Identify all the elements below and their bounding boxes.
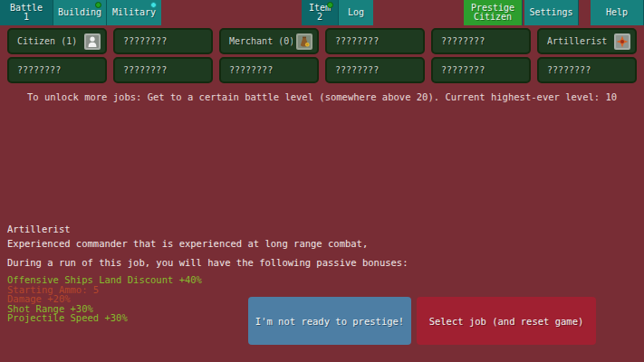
unlock-hint-text: To unlock more jobs: Get to a certain ba… — [0, 91, 644, 102]
job-label: ???????? — [229, 65, 312, 75]
job-row-2: ???????? ???????? ???????? ???????? ????… — [0, 57, 644, 83]
job-button-artillerist[interactable]: Artillerist (0) — [537, 28, 637, 54]
secondary-tab-group: Item 2 Log — [302, 0, 373, 25]
job-row-1: Citizen (1) ???????? Merchant (0) — [0, 28, 644, 54]
job-button-citizen[interactable]: Citizen (1) — [7, 28, 107, 54]
notification-dot-icon — [327, 2, 333, 8]
job-button-merchant[interactable]: Merchant (0) — [219, 28, 319, 54]
tab-military[interactable]: Military — [107, 0, 161, 25]
job-label: Citizen (1) — [17, 36, 81, 46]
tab-prestige-citizen[interactable]: Prestige Citizen — [464, 0, 523, 25]
tab-log[interactable]: Log — [339, 0, 373, 25]
main-tab-group: Battle 1 Building Military — [0, 0, 161, 25]
job-button-locked[interactable]: ???????? — [431, 57, 531, 83]
notification-dot-icon — [95, 2, 101, 8]
person-icon — [84, 33, 101, 50]
job-button-locked[interactable]: ???????? — [113, 57, 213, 83]
tab-item[interactable]: Item 2 — [302, 0, 339, 25]
job-label: ???????? — [441, 65, 524, 75]
job-button-locked[interactable]: ???????? — [113, 28, 213, 54]
job-button-locked[interactable]: ???????? — [325, 57, 425, 83]
tab-battle[interactable]: Battle 1 — [0, 0, 53, 25]
job-detail-bonuses-intro: During a run of this job, you will have … — [7, 257, 409, 269]
tab-battle-label: Battle 1 — [10, 4, 43, 22]
tab-building[interactable]: Building — [53, 0, 107, 25]
tab-log-label: Log — [348, 8, 364, 17]
job-label: ???????? — [335, 65, 418, 75]
job-detail-description: Experienced commander that is experience… — [7, 238, 409, 250]
tab-settings-label: Settings — [529, 8, 572, 17]
prestige-screen: Battle 1 Building Military Item 2 Log Pr… — [0, 0, 644, 362]
moneybag-icon — [296, 33, 312, 50]
tab-prestige-citizen-label: Prestige Citizen — [471, 4, 514, 22]
job-button-locked[interactable]: ???????? — [431, 28, 531, 54]
bonus-line: Offensive Ships Land Discount +40% — [7, 275, 409, 285]
tab-settings[interactable]: Settings — [524, 0, 579, 25]
job-label: Merchant (0) — [229, 36, 293, 46]
job-label: Artillerist (0) — [547, 36, 610, 46]
tab-military-label: Military — [112, 8, 156, 17]
job-label: ???????? — [335, 36, 418, 46]
job-button-locked[interactable]: ???????? — [537, 57, 637, 83]
artillery-shell-icon — [614, 33, 630, 50]
tab-building-label: Building — [58, 8, 101, 17]
job-label: ???????? — [123, 36, 207, 46]
tab-help-label: Help — [606, 8, 628, 17]
tab-help[interactable]: Help — [591, 0, 644, 25]
job-label: ???????? — [17, 65, 101, 75]
job-button-locked[interactable]: ???????? — [7, 57, 107, 83]
select-job-button[interactable]: Select job (and reset game) — [417, 297, 596, 345]
cancel-prestige-button[interactable]: I'm not ready to prestige! — [248, 297, 411, 345]
job-label: ???????? — [123, 65, 207, 75]
notification-dot-icon — [150, 2, 157, 8]
job-label: ???????? — [547, 65, 630, 75]
job-detail-name: Artillerist — [7, 224, 409, 235]
job-button-locked[interactable]: ???????? — [325, 28, 425, 54]
job-button-locked[interactable]: ???????? — [219, 57, 319, 83]
job-label: ???????? — [441, 36, 524, 46]
